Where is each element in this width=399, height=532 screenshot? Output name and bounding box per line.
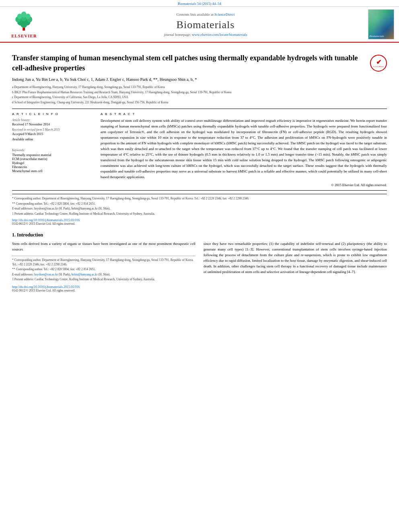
intro-left-col: Stem cells derived from a variety of org… (12, 241, 195, 292)
intro-footnote-star: * Corresponding author. Department of Bi… (12, 258, 195, 267)
affiliation-c: c Department of Bioengineering, Universi… (12, 95, 387, 100)
revised-label: Received in revised form 5 March 2015 (12, 128, 93, 131)
copyright: © 2015 Elsevier Ltd. All rights reserved… (101, 183, 387, 187)
intro-two-col: Stem cells derived from a variety of org… (12, 241, 387, 292)
journal-homepage-line: journal homepage: www.elsevier.com/locat… (164, 33, 247, 37)
affiliation-a: a Department of Bioengineering, Hanyang … (12, 85, 387, 90)
keyword-1: Thermally responsive material (12, 153, 93, 157)
keyword-3: Hydrogel (12, 161, 93, 165)
affiliations: a Department of Bioengineering, Hanyang … (12, 85, 387, 105)
science-direct-link[interactable]: ScienceDirect (214, 12, 234, 16)
separator-2 (12, 190, 387, 191)
elsevier-wordmark: ELSEVIER (11, 33, 37, 38)
intro-doi-link[interactable]: http://dx.doi.org/10.1016/j.biomaterials… (12, 285, 80, 289)
accepted-date: Accepted 9 March 2015 (12, 132, 93, 136)
authors: Indong Jun a, Yu Bin Lee a, b, Yu Suk Ch… (12, 76, 387, 83)
article-body-two-col: A R T I C L E I N F O Article history: R… (12, 112, 387, 187)
crossmark-label: CrossMark (373, 66, 384, 68)
abstract-col: A B S T R A C T Development of stem cell… (101, 112, 387, 187)
affiliation-b: b BK21 Plus Future Biopharmaceutical Hum… (12, 90, 387, 95)
keyword-5: Mesenchymal stem cell (12, 169, 93, 173)
doi-line: http://dx.doi.org/10.1016/j.biomaterials… (12, 218, 387, 222)
abstract-header: A B S T R A C T (101, 112, 387, 116)
journal-title: Biomaterials (177, 19, 235, 31)
issn-line: 0142-9612/© 2015 Elsevier Ltd. All right… (12, 222, 387, 226)
history-label: Article history: (12, 118, 93, 122)
footnote-star: * Corresponding author. Department of Bi… (12, 197, 387, 201)
keywords-label: Keywords: (12, 148, 93, 152)
intro-footnote-one: 1 Present address: Cardiac Technology Ce… (12, 277, 195, 282)
svg-point-9 (21, 12, 27, 18)
doi-link[interactable]: http://dx.doi.org/10.1016/j.biomaterials… (12, 218, 80, 222)
cover-label: Biomaterials (370, 35, 384, 38)
article-info-col: A R T I C L E I N F O Article history: R… (12, 112, 93, 187)
crossmark-badge: ✔ CrossMark (370, 55, 387, 72)
received-date: Received 17 November 2014 (12, 123, 93, 126)
footnote-star-star: ** Corresponding author. Tel.: +82 2 820… (12, 202, 387, 206)
keyword-2: ECM (extracellular matrix) (12, 157, 93, 161)
journal-homepage-link[interactable]: www.elsevier.com/locate/biomaterials (192, 33, 247, 37)
intro-footnote-star-star: ** Corresponding author. Tel.: +82 2 820… (12, 267, 195, 272)
introduction-section: 1. Introduction Stem cells derived from … (12, 232, 387, 292)
article-title: Transfer stamping of human mesenchymal s… (12, 53, 366, 73)
intro-heading: 1. Introduction (12, 232, 387, 238)
footnote-email: E-mail addresses: heyshoo@cau.ac.kr (H. … (12, 207, 387, 211)
email-link-shin[interactable]: hshin@hanyang.ac.kr (72, 273, 98, 276)
email-link-park[interactable]: heyshoo@cau.ac.kr (34, 273, 58, 276)
intro-right-text: since they have two remarkable propertie… (204, 241, 387, 275)
intro-doi: http://dx.doi.org/10.1016/j.biomaterials… (12, 285, 195, 289)
intro-footnotes: * Corresponding author. Department of Bi… (12, 256, 195, 282)
affiliation-d: d School of Integrative Engineering, Chu… (12, 101, 387, 105)
article-info-header: A R T I C L E I N F O (12, 112, 93, 116)
intro-right-col: since they have two remarkable propertie… (204, 241, 387, 292)
journal-bar: Biomaterials 54 (2015) 44–54 (0, 0, 399, 7)
elsevier-tree-icon (12, 10, 36, 33)
journal-header: ELSEVIER Contents lists available at Sci… (0, 7, 399, 43)
main-content: Transfer stamping of human mesenchymal s… (0, 43, 399, 296)
cover-image: Biomaterials (368, 9, 394, 39)
footnotes: * Corresponding author. Department of Bi… (12, 194, 387, 216)
journal-cover: Biomaterials (367, 9, 395, 39)
journal-citation: Biomaterials 54 (2015) 44–54 (178, 2, 221, 6)
journal-header-center: Contents lists available at ScienceDirec… (48, 9, 363, 39)
article-title-section: Transfer stamping of human mesenchymal s… (12, 53, 387, 73)
separator-1 (12, 109, 387, 109)
abstract-text: Development of stem cell delivery system… (101, 118, 387, 180)
intro-left-text: Stem cells derived from a variety of org… (12, 241, 195, 253)
keyword-4: Fibronectin (12, 165, 93, 169)
intro-issn: 0142-9612/© 2015 Elsevier Ltd. All right… (12, 289, 195, 292)
crossmark-icon: ✔ (376, 59, 381, 66)
available-date: Available online (12, 138, 93, 141)
elsevier-logo: ELSEVIER (4, 9, 44, 39)
intro-footnote-email: E-mail addresses: heyshoo@cau.ac.kr (H. … (12, 273, 195, 277)
footnote-one: 1 Present address: Cardiac Technology Ce… (12, 212, 387, 216)
science-direct-line: Contents lists available at ScienceDirec… (177, 12, 235, 16)
